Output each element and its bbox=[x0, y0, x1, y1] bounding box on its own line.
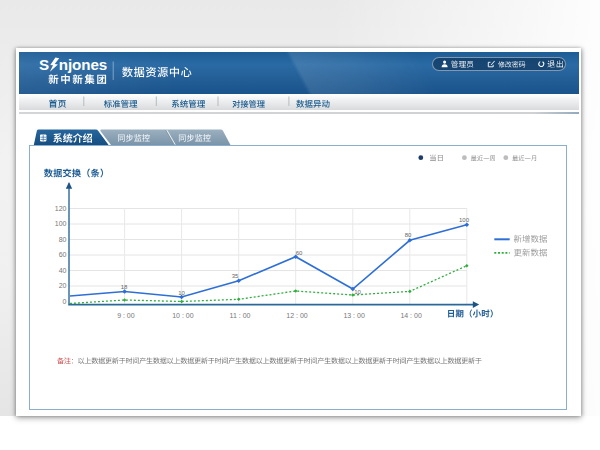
svg-text:0: 0 bbox=[63, 298, 67, 305]
svg-text:100: 100 bbox=[459, 217, 470, 223]
svg-text:18: 18 bbox=[121, 284, 128, 290]
svg-text:10: 10 bbox=[354, 289, 361, 295]
svg-text:10: 10 bbox=[178, 290, 185, 296]
svg-text:60: 60 bbox=[296, 250, 303, 256]
svg-text:10 : 00: 10 : 00 bbox=[172, 312, 194, 319]
svg-text:35: 35 bbox=[232, 273, 239, 279]
svg-text:20: 20 bbox=[59, 282, 67, 289]
svg-text:100: 100 bbox=[55, 220, 67, 227]
svg-text:80: 80 bbox=[59, 236, 67, 243]
svg-text:9 : 00: 9 : 00 bbox=[117, 312, 135, 319]
svg-text:120: 120 bbox=[55, 205, 67, 212]
svg-text:80: 80 bbox=[405, 232, 412, 238]
svg-text:12 : 00: 12 : 00 bbox=[286, 312, 308, 319]
svg-text:S: S bbox=[39, 56, 49, 73]
svg-text:14 : 00: 14 : 00 bbox=[400, 312, 422, 319]
svg-text:njones: njones bbox=[59, 56, 107, 73]
svg-text:11 : 00: 11 : 00 bbox=[230, 312, 251, 319]
svg-text:60: 60 bbox=[59, 251, 67, 258]
svg-text:13 : 00: 13 : 00 bbox=[343, 312, 365, 319]
svg-text:40: 40 bbox=[59, 267, 67, 274]
